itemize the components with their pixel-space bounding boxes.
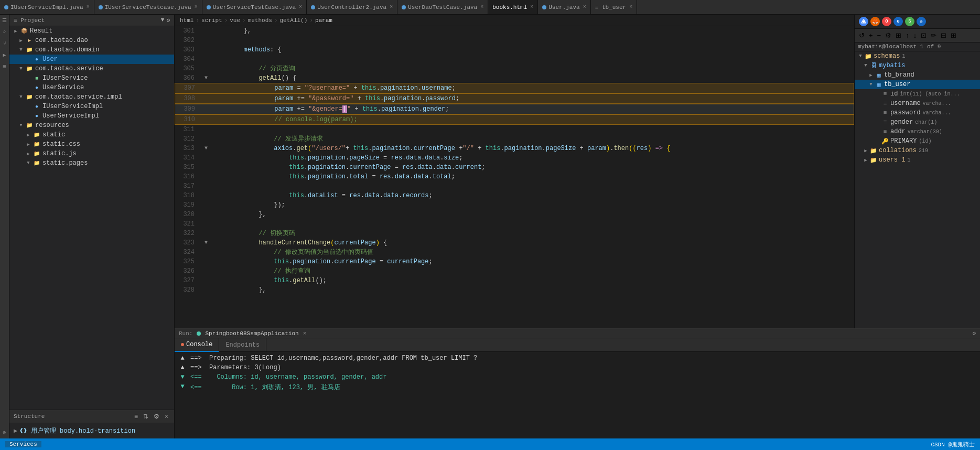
folder-icon: 📁 bbox=[25, 65, 34, 73]
tree-item-static-pages[interactable]: ▼ 📁 static.pages bbox=[9, 158, 174, 168]
db-up-button[interactable]: ↑ bbox=[904, 31, 910, 40]
db-edit-button[interactable]: ✏ bbox=[930, 31, 938, 40]
db-item-mybatis[interactable]: ▼ 🗄 mybatis bbox=[855, 61, 980, 70]
tab-iuserservicetestcase[interactable]: IUserServiceTestcase.java × bbox=[94, 0, 202, 15]
tree-label: static.css bbox=[42, 141, 80, 148]
tab-books-html[interactable]: books.html × bbox=[488, 0, 538, 15]
close-icon[interactable]: × bbox=[480, 4, 483, 10]
tree-item-iuserserviceimpl[interactable]: ● IUserServiceImpl bbox=[9, 102, 174, 111]
tree-item-service[interactable]: ▼ 📁 com.taotao.service bbox=[9, 64, 174, 73]
activity-explorer[interactable]: ☰ bbox=[1, 17, 8, 24]
tab-user-java[interactable]: User.java × bbox=[538, 0, 590, 15]
db-filter-button[interactable]: ⊞ bbox=[895, 31, 902, 40]
structure-item-expand[interactable]: ▶ ❰❱ 用户管理 body.hold-transition bbox=[9, 425, 174, 436]
db-item-col-username[interactable]: ≡ username varcha... bbox=[855, 99, 980, 108]
tree-label: com.taotao.service.impl bbox=[35, 93, 122, 101]
line-number: 306 bbox=[175, 73, 201, 83]
db-add-button[interactable]: + bbox=[868, 31, 874, 40]
tree-item-static-js[interactable]: ▶ 📁 static.js bbox=[9, 149, 174, 158]
tab-usercontroller2[interactable]: UserController2.java × bbox=[307, 0, 397, 15]
tab-iuserserviceimpl[interactable]: IUserServiceImpl.java × bbox=[0, 0, 94, 15]
status-services[interactable]: Services bbox=[5, 441, 41, 447]
settings-icon[interactable]: ⚙ bbox=[972, 330, 976, 337]
db-expand-button[interactable]: ⊞ bbox=[950, 31, 957, 40]
run-app-name[interactable]: Springboot08SsmpApplication bbox=[205, 330, 298, 337]
tree-item-domain[interactable]: ▼ 📁 com.taotao.domain bbox=[9, 45, 174, 55]
tree-item-serviceimpl[interactable]: ▼ 📁 com.taotao.service.impl bbox=[9, 92, 174, 102]
activity-settings[interactable]: ⚙ bbox=[1, 429, 8, 436]
activity-extensions[interactable]: ⊞ bbox=[1, 63, 8, 70]
sort-button[interactable]: ⇅ bbox=[142, 412, 150, 421]
sidebar-action-collapse[interactable]: ▼ bbox=[161, 17, 165, 24]
code-text: }); bbox=[211, 200, 854, 210]
db-item-col-password[interactable]: ≡ password varcha... bbox=[855, 108, 980, 117]
sidebar-action-settings[interactable]: ⚙ bbox=[166, 17, 170, 24]
opera-icon[interactable]: O bbox=[882, 17, 891, 26]
sort-alpha-button[interactable]: ≡ bbox=[133, 412, 139, 421]
line-gutter: ▼ bbox=[201, 238, 211, 248]
close-icon[interactable]: × bbox=[87, 4, 90, 10]
tab-userservicetestcase[interactable]: UserServiceTestCase.java × bbox=[202, 0, 307, 15]
db-item-collations[interactable]: ▶ 📁 collations 219 bbox=[855, 146, 980, 155]
db-item-schemas[interactable]: ▼ 📁 schemas 1 bbox=[855, 51, 980, 61]
code-content[interactable]: 301 }, 302 303 met bbox=[175, 26, 854, 328]
activity-git[interactable]: ⑂ bbox=[1, 40, 8, 47]
tree-item-userserviceimpl[interactable]: ● UserServiceImpl bbox=[9, 111, 174, 121]
folder-icon: 📁 bbox=[25, 46, 34, 54]
safari-icon[interactable]: S bbox=[905, 17, 914, 26]
run-close-icon[interactable]: × bbox=[303, 330, 307, 337]
close-icon[interactable]: × bbox=[583, 4, 586, 10]
db-item-badge: 219 bbox=[919, 148, 928, 154]
tab-console[interactable]: Console bbox=[175, 338, 219, 352]
chrome-icon[interactable] bbox=[859, 17, 868, 26]
settings-button[interactable]: ⚙ bbox=[152, 412, 161, 421]
db-properties-button[interactable]: ⚙ bbox=[884, 31, 892, 40]
tree-item-dao[interactable]: ▶ ▶ com.taotao.dao bbox=[9, 36, 174, 45]
db-item-primary[interactable]: 🔑 PRIMARY (id) bbox=[855, 136, 980, 146]
folder-icon: 📁 bbox=[33, 149, 41, 158]
file-icon: ● bbox=[33, 112, 41, 120]
structure-item-label: ❰❱ 用户管理 body.hold-transition bbox=[19, 426, 135, 435]
db-item-tbbrand[interactable]: ▶ ▦ tb_brand bbox=[855, 70, 980, 80]
tree-item-userservice[interactable]: ● UserService bbox=[9, 83, 174, 92]
db-collapse-button[interactable]: ⊟ bbox=[940, 31, 947, 40]
activity-search[interactable]: ⌕ bbox=[1, 28, 8, 36]
db-item-users[interactable]: ▶ 📁 users 1 1 bbox=[855, 155, 980, 165]
tree-item-result[interactable]: ▶ 📦 Result bbox=[9, 26, 174, 36]
tab-endpoints[interactable]: Endpoints bbox=[219, 338, 266, 352]
db-refresh-button[interactable]: ↺ bbox=[858, 31, 866, 40]
close-icon[interactable]: × bbox=[390, 4, 393, 10]
code-line-319: 319 }); bbox=[175, 200, 854, 210]
db-item-col-addr[interactable]: ≡ addr varchar(30) bbox=[855, 127, 980, 136]
code-line-322: 322 // 切换页码 bbox=[175, 229, 854, 238]
tree-item-user[interactable]: ● User bbox=[9, 55, 174, 64]
tree-item-static[interactable]: ▶ 📁 static bbox=[9, 130, 174, 140]
tree-item-resources[interactable]: ▼ 📁 resources bbox=[9, 121, 174, 130]
firefox-icon[interactable]: 🦊 bbox=[870, 17, 880, 26]
close-icon[interactable]: × bbox=[299, 4, 302, 10]
tree-item-iuserservice[interactable]: ■ IUserService bbox=[9, 73, 174, 83]
activity-debug[interactable]: ▶ bbox=[1, 51, 8, 59]
close-icon[interactable]: × bbox=[629, 4, 632, 10]
line-number: 303 bbox=[175, 45, 201, 55]
db-item-col-gender[interactable]: ≡ gender char(1) bbox=[855, 117, 980, 127]
db-item-col-id[interactable]: ≡ id int(11) (auto in... bbox=[855, 89, 980, 99]
ie-icon[interactable]: e bbox=[893, 17, 903, 26]
edge-icon[interactable]: ⊕ bbox=[917, 17, 926, 26]
tab-tb-user[interactable]: ≡ tb_user × bbox=[591, 0, 637, 15]
close-structure-button[interactable]: × bbox=[163, 412, 170, 421]
line-number: 318 bbox=[175, 191, 201, 200]
tree-item-static-css[interactable]: ▶ 📁 static.css bbox=[9, 140, 174, 149]
tree-label: Result bbox=[30, 27, 52, 35]
close-icon[interactable]: × bbox=[195, 4, 198, 10]
console-up-arrow: ▲ bbox=[175, 355, 190, 362]
close-icon[interactable]: × bbox=[530, 4, 533, 10]
db-arrow-icon: ▼ bbox=[857, 53, 864, 59]
db-item-tbuser[interactable]: ▼ ▦ tb_user bbox=[855, 80, 980, 89]
code-line-308: 308 param += "&password=" + this.paginat… bbox=[175, 93, 854, 104]
db-down-button[interactable]: ↓ bbox=[912, 31, 918, 40]
tree-label: UserServiceImpl bbox=[42, 112, 99, 120]
db-query-button[interactable]: ⊡ bbox=[920, 31, 928, 40]
tab-userdaotestcase[interactable]: UserDaoTestCase.java × bbox=[397, 0, 488, 15]
db-remove-button[interactable]: − bbox=[876, 31, 882, 40]
